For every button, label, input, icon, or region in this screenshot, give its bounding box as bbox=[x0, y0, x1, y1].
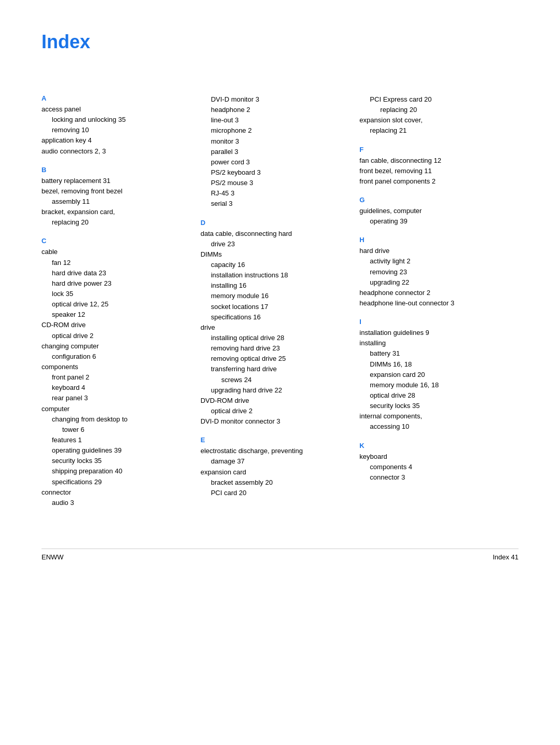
page-title: Index bbox=[41, 31, 519, 53]
index-entry: locking and unlocking 35 bbox=[41, 115, 190, 125]
entry-text: specifications 16 bbox=[201, 312, 349, 322]
entry-text: bezel, removing front bezel bbox=[41, 186, 190, 196]
index-entry: guidelines, computer bbox=[359, 206, 508, 216]
index-entry: hard drive data 23 bbox=[41, 268, 190, 278]
index-entry: optical drive 12, 25 bbox=[41, 299, 190, 310]
index-section: Kkeyboardcomponents 4connector 3 bbox=[359, 442, 508, 483]
section-letter: A bbox=[41, 94, 190, 102]
entry-text: DVI-D monitor 3 bbox=[201, 94, 349, 105]
entry-text: fan cable, disconnecting 12 bbox=[359, 156, 508, 166]
footer-left: ENWW bbox=[41, 553, 64, 561]
index-entry: installing 16 bbox=[201, 280, 349, 291]
index-entry: optical drive 28 bbox=[359, 390, 508, 401]
index-entry: connector 3 bbox=[359, 472, 508, 483]
entry-text: capacity 16 bbox=[201, 260, 349, 270]
index-entry: installing bbox=[359, 338, 508, 348]
entry-text: installation guidelines 9 bbox=[359, 328, 508, 338]
section-letter: H bbox=[359, 236, 508, 244]
entry-text: drive bbox=[201, 322, 349, 333]
entry-text: drive 23 bbox=[201, 239, 349, 249]
entry-text: cable bbox=[41, 247, 190, 257]
index-entry: installation guidelines 9 bbox=[359, 328, 508, 338]
entry-text: tower 6 bbox=[41, 425, 190, 435]
index-entry: security locks 35 bbox=[359, 401, 508, 411]
entry-text: installing optical drive 28 bbox=[201, 333, 349, 343]
index-entry: fan cable, disconnecting 12 bbox=[359, 156, 508, 166]
entry-text: changing from desktop to bbox=[41, 414, 190, 425]
index-entry: damage 37 bbox=[201, 456, 349, 467]
index-container: Aaccess panellocking and unlocking 35rem… bbox=[41, 94, 519, 517]
index-entry: changing from desktop to bbox=[41, 414, 190, 425]
footer-right: Index 41 bbox=[493, 553, 519, 561]
entry-text: installing bbox=[359, 338, 508, 348]
section-letter: B bbox=[41, 166, 190, 174]
entry-text: optical drive 12, 25 bbox=[41, 299, 190, 310]
index-entry: components bbox=[41, 362, 190, 372]
column-2: PCI Express card 20replacing 20expansion… bbox=[359, 94, 519, 517]
index-entry: serial 3 bbox=[201, 199, 349, 209]
index-entry: audio 3 bbox=[41, 498, 190, 508]
index-entry: specifications 16 bbox=[201, 312, 349, 322]
entry-text: activity light 2 bbox=[359, 256, 508, 266]
index-entry: accessing 10 bbox=[359, 421, 508, 432]
section-letter: D bbox=[201, 219, 349, 227]
index-entry: data cable, disconnecting hard bbox=[201, 229, 349, 239]
entry-text: application key 4 bbox=[41, 135, 190, 146]
index-entry: installation instructions 18 bbox=[201, 270, 349, 280]
index-entry: monitor 3 bbox=[201, 136, 349, 147]
entry-text: PS/2 mouse 3 bbox=[201, 178, 349, 188]
index-entry: upgrading 22 bbox=[359, 277, 508, 288]
entry-text: DVD-ROM drive bbox=[201, 396, 349, 406]
entry-text: battery replacement 31 bbox=[41, 176, 190, 186]
index-entry: rear panel 3 bbox=[41, 393, 190, 403]
entry-text: shipping preparation 40 bbox=[41, 466, 190, 476]
index-entry: capacity 16 bbox=[201, 260, 349, 270]
index-entry: expansion card bbox=[201, 467, 349, 477]
index-entry: front panel 2 bbox=[41, 372, 190, 383]
section-letter: I bbox=[359, 318, 508, 326]
entry-text: assembly 11 bbox=[41, 196, 190, 207]
index-entry: socket locations 17 bbox=[201, 302, 349, 312]
index-entry: access panel bbox=[41, 104, 190, 115]
index-entry: activity light 2 bbox=[359, 256, 508, 266]
section-letter: F bbox=[359, 146, 508, 153]
index-entry: connector bbox=[41, 487, 190, 498]
entry-text: optical drive 2 bbox=[201, 406, 349, 416]
index-entry: optical drive 2 bbox=[201, 406, 349, 416]
index-section: Aaccess panellocking and unlocking 35rem… bbox=[41, 94, 190, 157]
entry-text: audio 3 bbox=[41, 498, 190, 508]
index-section: Iinstallation guidelines 9installingbatt… bbox=[359, 318, 508, 432]
index-entry: headphone line-out connector 3 bbox=[359, 298, 508, 308]
index-entry: bezel, removing front bezel bbox=[41, 186, 190, 196]
index-entry: removing 23 bbox=[359, 267, 508, 277]
entry-text: headphone 2 bbox=[201, 105, 349, 115]
entry-text: keyboard 4 bbox=[41, 383, 190, 393]
entry-text: operating guidelines 39 bbox=[41, 445, 190, 456]
index-entry: PCI Express card 20 bbox=[359, 94, 508, 105]
index-entry: hard drive bbox=[359, 246, 508, 256]
entry-text: headphone connector 2 bbox=[359, 288, 508, 298]
entry-text: front bezel, removing 11 bbox=[359, 166, 508, 176]
index-entry: keyboard 4 bbox=[41, 383, 190, 393]
entry-text: DIMMs bbox=[201, 249, 349, 260]
index-entry: transferring hard drive bbox=[201, 364, 349, 374]
entry-text: installing 16 bbox=[201, 280, 349, 291]
index-entry: PCI card 20 bbox=[201, 488, 349, 498]
index-entry: parallel 3 bbox=[201, 147, 349, 157]
entry-text: data cable, disconnecting hard bbox=[201, 229, 349, 239]
index-entry: screws 24 bbox=[201, 375, 349, 385]
index-entry: hard drive power 23 bbox=[41, 278, 190, 289]
index-entry: DIMMs 16, 18 bbox=[359, 359, 508, 370]
column-1: DVI-D monitor 3headphone 2line-out 3micr… bbox=[201, 94, 360, 517]
index-entry: DVD-ROM drive bbox=[201, 396, 349, 406]
section-letter: C bbox=[41, 237, 190, 245]
column-0: Aaccess panellocking and unlocking 35rem… bbox=[41, 94, 201, 517]
entry-text: removing hard drive 23 bbox=[201, 343, 349, 354]
index-entry: bracket assembly 20 bbox=[201, 477, 349, 488]
entry-text: configuration 6 bbox=[41, 352, 190, 362]
index-entry: battery 31 bbox=[359, 348, 508, 359]
index-entry: features 1 bbox=[41, 435, 190, 445]
index-entry: DIMMs bbox=[201, 249, 349, 260]
index-entry: optical drive 2 bbox=[41, 331, 190, 341]
index-entry: internal components, bbox=[359, 411, 508, 421]
